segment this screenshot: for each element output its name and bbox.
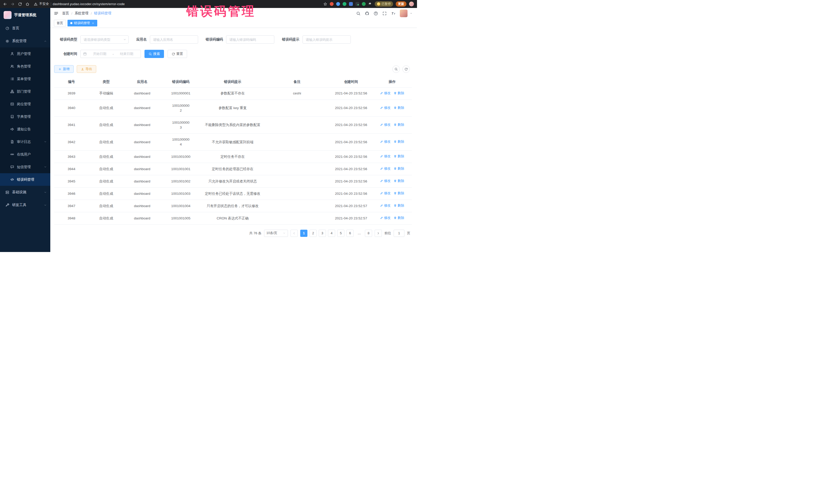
search-button[interactable]: 搜索	[145, 50, 164, 58]
chevron-left-icon	[292, 232, 295, 235]
sidebar-group-infrastructure[interactable]: 基础设施	[0, 186, 50, 199]
hamburger-icon[interactable]	[54, 11, 59, 16]
extensions-puzzle-icon[interactable]	[368, 2, 372, 6]
github-icon[interactable]	[365, 11, 369, 16]
delete-link[interactable]: 删除	[394, 106, 404, 110]
sidebar-item-department-management[interactable]: 部门管理	[0, 85, 50, 98]
fullscreen-icon[interactable]	[382, 11, 387, 16]
reset-button[interactable]: 重置	[168, 50, 187, 58]
extension-icon[interactable]	[362, 2, 366, 6]
goto-page-input[interactable]	[394, 230, 404, 237]
search-button-label: 搜索	[153, 51, 160, 56]
error-hint-input[interactable]	[303, 36, 351, 44]
page-size-select[interactable]: 10条/页	[264, 230, 288, 237]
sidebar-item-online-users[interactable]: 在线用户	[0, 148, 50, 161]
error-code-type-input[interactable]	[80, 36, 129, 44]
sidebar-item-error-code-management[interactable]: 错误码管理	[0, 173, 50, 186]
sidebar-item-audit-log[interactable]: 审计日志	[0, 135, 50, 148]
add-button[interactable]: 新增	[54, 65, 74, 73]
paused-badge[interactable]: 已暂停	[375, 1, 393, 7]
sidebar: 芋道管理系统 首页 系统管理 用户管理角色管理菜单管理部门管理岗位管理字典管理通…	[0, 8, 50, 252]
help-icon[interactable]	[374, 11, 378, 16]
close-icon[interactable]	[92, 22, 94, 25]
sidebar-item-role-management[interactable]: 角色管理	[0, 60, 50, 73]
pager-ellipsis[interactable]: …	[356, 230, 363, 237]
page-button-1[interactable]: 1	[300, 230, 307, 237]
extension-icon[interactable]	[355, 2, 359, 6]
sidebar-item-announcement[interactable]: 通知公告	[0, 123, 50, 135]
page-button-4[interactable]: 4	[328, 230, 335, 237]
user-avatar[interactable]	[400, 9, 408, 17]
font-size-icon[interactable]: TT	[391, 11, 395, 16]
edit-link[interactable]: 修改	[380, 123, 391, 127]
update-button[interactable]: 更新	[396, 1, 407, 7]
forward-icon[interactable]	[10, 2, 15, 6]
sidebar-group-system[interactable]: 系统管理	[0, 35, 50, 47]
security-label: 不安全	[39, 2, 49, 6]
edit-link[interactable]: 修改	[380, 203, 391, 208]
edit-icon	[380, 106, 383, 109]
edit-link[interactable]: 修改	[380, 154, 391, 159]
app-cell: dashboard	[124, 187, 161, 200]
edit-link[interactable]: 修改	[380, 166, 391, 171]
sidebar-group-devtools[interactable]: 研发工具	[0, 199, 50, 212]
sidebar-item-sms-management[interactable]: 短信管理	[0, 161, 50, 173]
delete-link[interactable]: 删除	[394, 216, 404, 220]
tab-error-code[interactable]: 错误码管理	[67, 20, 97, 26]
refresh-table-button[interactable]	[402, 65, 410, 73]
delete-link[interactable]: 删除	[394, 91, 404, 96]
page-button-8[interactable]: 8	[365, 230, 372, 237]
browser-profile-avatar[interactable]	[409, 2, 414, 6]
page-button-6[interactable]: 6	[347, 230, 354, 237]
app-logo[interactable]: 芋道管理系统	[0, 8, 50, 22]
home-icon[interactable]	[25, 2, 29, 6]
delete-link[interactable]: 删除	[394, 154, 404, 159]
delete-link[interactable]: 删除	[394, 191, 404, 196]
edit-link[interactable]: 修改	[380, 139, 391, 144]
caret-down-icon[interactable]	[410, 12, 412, 15]
sidebar-item-label: 菜单管理	[17, 77, 31, 81]
sidebar-item-home[interactable]: 首页	[0, 22, 50, 35]
sidebar-item-post-management[interactable]: 岗位管理	[0, 98, 50, 110]
page-button-2[interactable]: 2	[309, 230, 317, 237]
bookmark-star-icon[interactable]	[323, 2, 327, 6]
sidebar-item-user-management[interactable]: 用户管理	[0, 47, 50, 60]
page-size-value: 10条/页	[266, 231, 277, 235]
breadcrumb-item[interactable]: 系统管理	[75, 11, 89, 16]
extension-icon[interactable]	[330, 2, 334, 6]
table-row: 3941自动生成dashboard100100000 3不能删除类型为系统内置的…	[54, 116, 412, 133]
date-range-picker[interactable]: 开始日期 - 结束日期	[80, 50, 141, 58]
app-name-input[interactable]	[150, 36, 198, 44]
delete-link[interactable]: 删除	[394, 203, 404, 208]
edit-link[interactable]: 修改	[380, 91, 391, 96]
tab-home[interactable]: 首页	[54, 20, 66, 26]
extension-icon[interactable]	[336, 2, 340, 6]
error-code-type-select[interactable]	[80, 36, 129, 44]
edit-link[interactable]: 修改	[380, 179, 391, 183]
address-bar[interactable]: 不安全 dashboard.yudao.iocoder.cn/system/er…	[34, 2, 125, 6]
edit-link[interactable]: 修改	[380, 106, 391, 110]
delete-link[interactable]: 删除	[394, 139, 404, 144]
export-button[interactable]: 导出	[77, 65, 96, 73]
prev-page-button[interactable]	[290, 230, 298, 237]
search-icon[interactable]	[356, 11, 360, 16]
delete-link[interactable]: 删除	[394, 123, 404, 127]
page-button-3[interactable]: 3	[319, 230, 326, 237]
breadcrumb-item[interactable]: 首页	[62, 11, 69, 16]
page-button-5[interactable]: 5	[337, 230, 344, 237]
edit-link[interactable]: 修改	[380, 191, 391, 196]
svg-text:T: T	[394, 12, 395, 15]
sidebar-item-dictionary-management[interactable]: 字典管理	[0, 110, 50, 123]
edit-link[interactable]: 修改	[380, 216, 391, 220]
next-page-button[interactable]	[375, 230, 382, 237]
toggle-search-button[interactable]	[392, 65, 400, 73]
extension-icon[interactable]	[349, 2, 353, 6]
sidebar-item-menu-management[interactable]: 菜单管理	[0, 73, 50, 85]
ops-cell: 修改删除	[373, 200, 412, 212]
reload-icon[interactable]	[18, 2, 22, 6]
extension-icon[interactable]	[343, 2, 347, 6]
delete-link[interactable]: 删除	[394, 179, 404, 183]
error-code-input[interactable]	[226, 36, 274, 44]
back-icon[interactable]	[3, 2, 7, 6]
delete-link[interactable]: 删除	[394, 166, 404, 171]
